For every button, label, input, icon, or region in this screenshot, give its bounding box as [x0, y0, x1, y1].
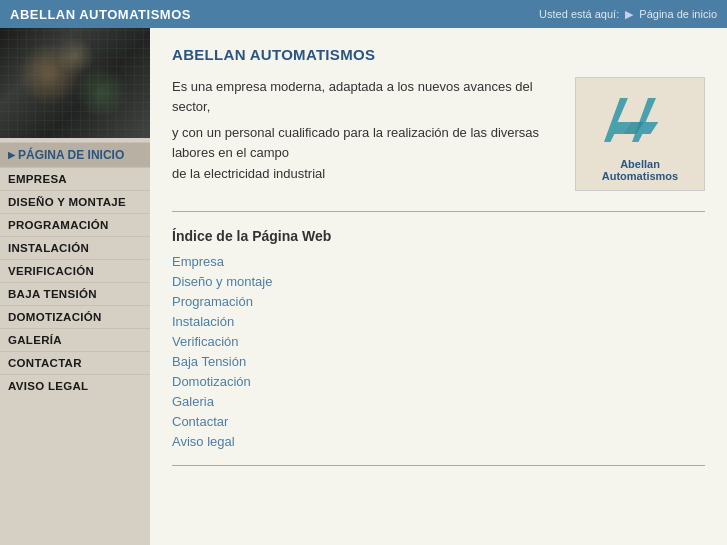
nav-items-container: EMPRESADISEÑO Y MONTAJEPROGRAMACIÓNINSTA… [0, 167, 150, 397]
nav-item-domotizacion[interactable]: DOMOTIZACIÓN [0, 305, 150, 328]
header: ABELLAN AUTOMATISMOS Usted está aquí: ▶ … [0, 0, 727, 28]
index-links-container: EmpresaDiseño y montajeProgramaciónInsta… [172, 254, 705, 449]
site-title: ABELLAN AUTOMATISMOS [10, 7, 191, 22]
index-link-galeria[interactable]: Galeria [172, 394, 705, 409]
sidebar-image [0, 28, 150, 138]
bottom-divider [172, 465, 705, 466]
svg-marker-0 [604, 98, 630, 142]
circuit-background [0, 28, 150, 138]
content-text: Es una empresa moderna, adaptada a los n… [172, 77, 557, 191]
index-link-diseno-montaje[interactable]: Diseño y montaje [172, 274, 705, 289]
description-line3: de la electricidad industrial [172, 164, 557, 184]
nav-item-programacion[interactable]: PROGRAMACIÓN [0, 213, 150, 236]
index-link-verificacion[interactable]: Verificación [172, 334, 705, 349]
sidebar: PÁGINA DE INICIO EMPRESADISEÑO Y MONTAJE… [0, 28, 150, 545]
page-heading: ABELLAN AUTOMATISMOS [172, 46, 705, 63]
breadcrumb-label: Usted está aquí: [539, 8, 619, 20]
index-section: Índice de la Página Web EmpresaDiseño y … [172, 228, 705, 449]
index-link-instalacion[interactable]: Instalación [172, 314, 705, 329]
logo-box: Abellan Automatismos [575, 77, 705, 191]
nav-item-empresa[interactable]: EMPRESA [0, 167, 150, 190]
nav-item-aviso-legal[interactable]: AVISO LEGAL [0, 374, 150, 397]
nav-item-verificacion[interactable]: VERIFICACIÓN [0, 259, 150, 282]
content-divider [172, 211, 705, 212]
nav: PÁGINA DE INICIO EMPRESADISEÑO Y MONTAJE… [0, 138, 150, 397]
nav-item-contactar[interactable]: CONTACTAR [0, 351, 150, 374]
nav-item-instalacion[interactable]: INSTALACIÓN [0, 236, 150, 259]
logo-label: Abellan Automatismos [584, 158, 696, 182]
index-link-domotizacion[interactable]: Domotización [172, 374, 705, 389]
nav-item-baja-tension[interactable]: BAJA TENSIÓN [0, 282, 150, 305]
nav-item-home[interactable]: PÁGINA DE INICIO [0, 142, 150, 167]
svg-marker-1 [632, 98, 658, 142]
nav-item-diseno-montaje[interactable]: DISEÑO Y MONTAJE [0, 190, 150, 213]
breadcrumb-current: Página de inicio [639, 8, 717, 20]
index-link-programacion[interactable]: Programación [172, 294, 705, 309]
main-content: ABELLAN AUTOMATISMOS Es una empresa mode… [150, 28, 727, 545]
index-link-contactar[interactable]: Contactar [172, 414, 705, 429]
index-title: Índice de la Página Web [172, 228, 705, 244]
breadcrumb-arrow: ▶ [625, 8, 633, 20]
logo-svg [600, 90, 680, 150]
breadcrumb: Usted está aquí: ▶ Página de inicio [539, 8, 717, 21]
index-link-empresa[interactable]: Empresa [172, 254, 705, 269]
index-link-baja-tension[interactable]: Baja Tensión [172, 354, 705, 369]
content-top: Es una empresa moderna, adaptada a los n… [172, 77, 705, 191]
nav-item-galeria[interactable]: GALERÍA [0, 328, 150, 351]
index-link-aviso-legal[interactable]: Aviso legal [172, 434, 705, 449]
layout: PÁGINA DE INICIO EMPRESADISEÑO Y MONTAJE… [0, 28, 727, 545]
description-line2: y con un personal cualificado para la re… [172, 123, 557, 163]
description-line1: Es una empresa moderna, adaptada a los n… [172, 77, 557, 117]
